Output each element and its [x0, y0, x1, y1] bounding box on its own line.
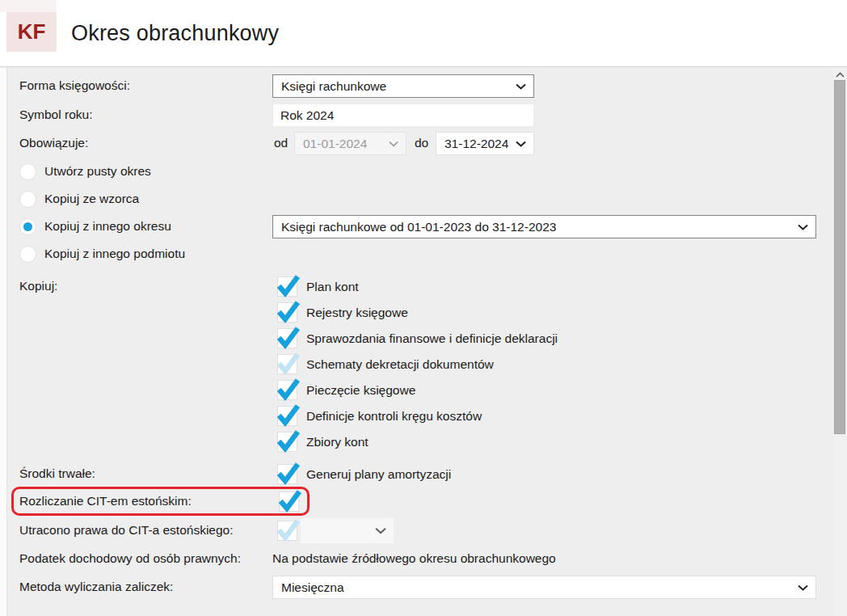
- data-do-datepicker[interactable]: 31-12-2024: [436, 132, 534, 155]
- radio-kopiuj-z-innego-podmiotu[interactable]: Kopiuj z innego podmiotu: [19, 244, 185, 264]
- checkbox-rejestry-ksiegowe[interactable]: Rejestry księgowe: [277, 302, 408, 323]
- scrollbar-up-arrow-icon[interactable]: [833, 69, 847, 80]
- checkbox-generuj-plany-amortyzacji[interactable]: Generuj plany amortyzacji: [277, 464, 451, 484]
- symbol-roku-label: Symbol roku:: [19, 103, 92, 126]
- metoda-zaliczek-label: Metoda wyliczania zaliczek:: [19, 576, 173, 598]
- utracono-prawa-label: Utracono prawa do CIT-a estońskiego:: [19, 519, 234, 542]
- checkbox-label: Plan kont: [306, 280, 359, 294]
- do-label: do: [415, 132, 428, 154]
- chevron-down-icon: [389, 141, 398, 147]
- radio-kopiuj-z-innego-okresu[interactable]: Kopiuj z innego okresu: [19, 217, 171, 236]
- checkbox-checked-icon[interactable]: [279, 492, 299, 512]
- checkbox-zbiory-kont[interactable]: Zbiory kont: [277, 432, 369, 452]
- radio-label: Kopiuj z innego okresu: [44, 219, 171, 234]
- scrollbar-thumb[interactable]: [834, 80, 845, 434]
- checkbox-unchecked-icon[interactable]: [277, 521, 297, 541]
- checkbox-checked-icon[interactable]: [277, 328, 297, 348]
- module-badge-kf: KF: [6, 12, 57, 52]
- radio-kopiuj-ze-wzorca[interactable]: Kopiuj ze wzorca: [19, 189, 139, 209]
- window-header: KF Okres obrachunkowy: [0, 0, 847, 67]
- checkbox-sprawozdania-finansowe[interactable]: Sprawozdania finansowe i definicje dekla…: [277, 328, 558, 348]
- podatek-dochodowy-label: Podatek dochodowy od osób prawnych:: [19, 547, 241, 570]
- radio-label: Kopiuj z innego podmiotu: [44, 247, 185, 261]
- checkbox-unchecked-icon[interactable]: [277, 354, 297, 374]
- utracono-prawa-datepicker: [301, 518, 394, 543]
- checkbox-label: Schematy dekretacji dokumentów: [306, 357, 494, 372]
- symbol-roku-input[interactable]: [272, 103, 534, 127]
- okres-obrachunkowy-window: KF Okres obrachunkowy Forma księgowości:…: [0, 0, 847, 616]
- checkbox-label: Definicje kontroli kręgu kosztów: [306, 409, 482, 424]
- checkbox-checked-icon[interactable]: [277, 380, 297, 400]
- chevron-down-icon: [798, 584, 808, 591]
- radio-utworz-pusty-okres[interactable]: Utwórz pusty okres: [19, 162, 151, 181]
- data-od-value: 01-01-2024: [303, 137, 367, 151]
- metoda-zaliczek-value: Miesięczna: [281, 580, 344, 595]
- okres-zrodlowy-value: Księgi rachunkowe od 01-01-2023 do 31-12…: [281, 220, 556, 234]
- od-label: od: [274, 132, 288, 154]
- radio-selected-icon[interactable]: [19, 218, 36, 235]
- checkbox-utracono-prawa[interactable]: [277, 521, 297, 541]
- radio-icon[interactable]: [19, 163, 36, 180]
- left-gutter: [0, 68, 7, 616]
- checkbox-label: Generuj plany amortyzacji: [306, 467, 451, 482]
- radio-icon[interactable]: [19, 191, 36, 208]
- radio-label: Kopiuj ze wzorca: [44, 192, 139, 206]
- obowiazuje-label: Obowiązuje:: [19, 132, 88, 154]
- cit-estonski-label: Rozliczanie CIT-em estońskim:: [19, 490, 192, 513]
- okres-zrodlowy-combobox[interactable]: Księgi rachunkowe od 01-01-2023 do 31-12…: [272, 215, 816, 238]
- checkbox-label: Sprawozdania finansowe i definicje dekla…: [306, 331, 558, 346]
- radio-label: Utwórz pusty okres: [44, 164, 151, 179]
- kopiuj-label: Kopiuj:: [19, 275, 57, 297]
- metoda-zaliczek-combobox[interactable]: Miesięczna: [272, 576, 816, 599]
- podatek-dochodowy-value: Na podstawie źródłowego okresu obrachunk…: [272, 547, 556, 570]
- forma-ksiegowosci-value: Księgi rachunkowe: [281, 79, 386, 94]
- checkbox-checked-icon[interactable]: [277, 464, 297, 484]
- chevron-down-icon: [798, 224, 808, 230]
- forma-ksiegowosci-combobox[interactable]: Księgi rachunkowe: [272, 74, 534, 98]
- checkbox-plan-kont[interactable]: Plan kont: [277, 276, 359, 297]
- checkbox-label: Rejestry księgowe: [306, 306, 408, 320]
- checkbox-label: Pieczęcie księgowe: [306, 383, 415, 398]
- checkbox-checked-icon[interactable]: [277, 406, 297, 426]
- srodki-trwale-label: Środki trwałe:: [19, 462, 95, 485]
- radio-icon[interactable]: [19, 246, 36, 263]
- checkbox-pieczecie-ksiegowe[interactable]: Pieczęcie księgowe: [277, 380, 415, 400]
- checkbox-rozliczanie-cit-estonskim[interactable]: [279, 492, 299, 512]
- page-title: Okres obrachunkowy: [71, 0, 279, 66]
- checkbox-checked-icon[interactable]: [277, 302, 297, 323]
- chevron-down-icon: [516, 83, 526, 90]
- data-do-value: 31-12-2024: [445, 137, 508, 151]
- checkbox-definicje-kontroli[interactable]: Definicje kontroli kręgu kosztów: [277, 406, 482, 426]
- data-od-datepicker: 01-01-2024: [294, 132, 407, 155]
- checkbox-checked-icon[interactable]: [277, 276, 297, 297]
- badge-halo: [0, 0, 57, 12]
- chevron-down-icon: [375, 527, 386, 534]
- checkbox-label: Zbiory kont: [306, 435, 369, 449]
- checkbox-checked-icon[interactable]: [277, 432, 297, 452]
- checkbox-schematy-dekretacji[interactable]: Schematy dekretacji dokumentów: [277, 354, 494, 374]
- forma-ksiegowosci-label: Forma księgowości:: [19, 74, 130, 97]
- chevron-down-icon: [516, 141, 526, 147]
